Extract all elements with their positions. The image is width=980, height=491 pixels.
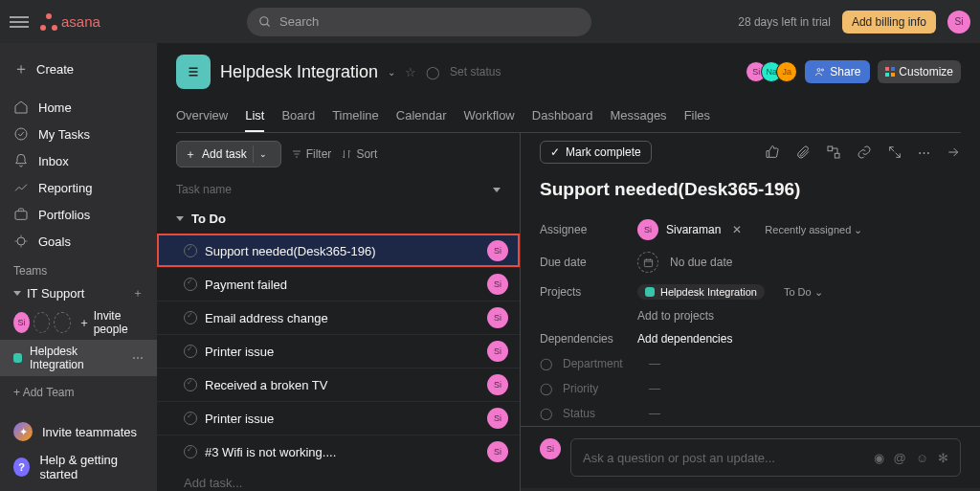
task-row[interactable]: Payment failedSi [157, 267, 520, 301]
custom-field-value[interactable]: — [649, 407, 660, 420]
tab-overview[interactable]: Overview [176, 102, 228, 132]
custom-field-value[interactable]: — [649, 357, 660, 370]
calendar-icon[interactable] [637, 252, 658, 273]
star-icon[interactable]: ✻ [938, 451, 948, 465]
project-dropdown[interactable]: ⌄ [388, 67, 395, 78]
emoji-icon[interactable]: ☺ [916, 451, 928, 465]
nav-reporting[interactable]: Reporting [0, 174, 157, 201]
task-row[interactable]: Support needed(Desk365-196)Si [157, 234, 520, 267]
task-row[interactable]: Printer issueSi [157, 334, 520, 368]
complete-toggle-icon[interactable] [184, 412, 197, 425]
assignee-avatar[interactable]: Si [487, 274, 508, 295]
menu-toggle[interactable] [10, 12, 29, 32]
tab-dashboard[interactable]: Dashboard [532, 102, 593, 132]
tab-list[interactable]: List [245, 102, 264, 132]
assignee-avatar[interactable]: Si [487, 441, 508, 462]
tab-timeline[interactable]: Timeline [332, 102, 379, 132]
assignee-avatar[interactable]: Si [487, 341, 508, 362]
team-it-support[interactable]: IT Support ＋ [0, 281, 157, 305]
tab-messages[interactable]: Messages [610, 102, 666, 132]
user-avatar[interactable]: Si [947, 11, 970, 33]
tab-files[interactable]: Files [684, 102, 710, 132]
chevron-down-icon [493, 188, 501, 192]
task-name: Support needed(Desk365-196) [205, 244, 376, 258]
svg-rect-3 [15, 212, 27, 220]
remove-assignee-icon[interactable]: ✕ [728, 223, 746, 236]
column-header-task-name[interactable]: Task name [157, 175, 520, 204]
section-to-do[interactable]: To Do [157, 204, 520, 234]
project-title[interactable]: Helpdesk Integration [220, 62, 378, 82]
complete-toggle-icon[interactable] [184, 278, 197, 291]
subtasks-icon[interactable] [826, 145, 841, 160]
global-search[interactable]: Search [247, 8, 591, 36]
custom-field-label: Status [563, 407, 637, 420]
add-task-button[interactable]: ＋ Add task ⌄ [176, 141, 281, 167]
svg-point-4 [17, 237, 25, 245]
custom-field-value[interactable]: — [649, 382, 660, 395]
nav-my-tasks[interactable]: My Tasks [0, 121, 157, 147]
attachment-icon[interactable] [795, 145, 811, 160]
more-icon[interactable]: ⋯ [918, 145, 930, 160]
assignee-avatar[interactable]: Si [487, 374, 508, 395]
add-task-inline[interactable]: Add task... [157, 468, 520, 491]
complete-toggle-icon[interactable] [184, 345, 197, 358]
like-icon[interactable] [765, 145, 780, 160]
complete-toggle-icon[interactable] [184, 445, 197, 458]
add-to-projects-button[interactable]: Add to projects [521, 305, 980, 326]
fullscreen-icon[interactable] [887, 145, 902, 160]
more-icon[interactable]: ⋯ [132, 351, 144, 365]
nav-goals[interactable]: Goals [0, 228, 157, 255]
tab-workflow[interactable]: Workflow [464, 102, 515, 132]
create-button[interactable]: ＋ Create [0, 53, 157, 86]
help-getting-started[interactable]: ? Help & getting started [0, 447, 157, 487]
add-to-team-icon[interactable]: ＋ [132, 285, 144, 301]
project-section-dropdown[interactable]: To Do ⌄ [784, 286, 823, 299]
customize-button[interactable]: Customize [878, 60, 961, 83]
complete-toggle-icon[interactable] [184, 378, 197, 391]
add-billing-button[interactable]: Add billing info [842, 11, 936, 33]
task-row[interactable]: #3 Wifi is not working....Si [157, 435, 520, 468]
nav-inbox[interactable]: Inbox [0, 147, 157, 174]
assignee-avatar[interactable]: Si [487, 408, 508, 429]
sort-button[interactable]: Sort [341, 147, 377, 161]
task-row[interactable]: Received a broken TVSi [157, 368, 520, 401]
project-pill[interactable]: Helpdesk Integration [637, 284, 765, 300]
task-detail-title[interactable]: Support needed(Desk365-196) [521, 171, 980, 213]
assignee-avatar[interactable]: Si [487, 240, 508, 261]
invite-teammates[interactable]: ✦ Invite teammates [0, 416, 157, 447]
complete-toggle-icon[interactable] [184, 244, 197, 257]
status-indicator[interactable]: ◯ [426, 65, 440, 79]
tab-board[interactable]: Board [281, 102, 315, 132]
sidebar-project-helpdesk[interactable]: Helpdesk Integration ⋯ [0, 340, 157, 376]
close-panel-icon[interactable] [946, 145, 961, 160]
asana-logo[interactable]: asana [40, 13, 100, 31]
link-icon[interactable] [857, 145, 872, 160]
share-button[interactable]: Share [805, 60, 870, 83]
help-label: Help & getting started [39, 453, 144, 481]
record-icon[interactable]: ◉ [874, 451, 884, 465]
project-color-icon [13, 353, 22, 363]
target-icon [13, 234, 29, 249]
mark-complete-label: Mark complete [566, 145, 641, 159]
nav-portfolios[interactable]: Portfolios [0, 201, 157, 228]
task-row[interactable]: Email address changeSi [157, 301, 520, 334]
project-members[interactable]: Si Na Ja [751, 61, 797, 82]
mark-complete-button[interactable]: ✓ Mark complete [540, 141, 652, 164]
tab-calendar[interactable]: Calendar [396, 102, 447, 132]
mention-icon[interactable]: @ [894, 451, 906, 465]
assignee-avatar[interactable]: Si [487, 307, 508, 328]
filter-button[interactable]: Filter [291, 147, 332, 161]
task-row[interactable]: Printer issueSi [157, 401, 520, 435]
star-icon[interactable]: ☆ [405, 65, 416, 79]
set-status-button[interactable]: Set status [450, 65, 501, 78]
assignee-value[interactable]: Si Sivaraman ✕ [637, 219, 746, 240]
complete-toggle-icon[interactable] [184, 311, 197, 324]
due-date-value[interactable]: No due date [670, 256, 732, 269]
nav-home[interactable]: Home [0, 94, 157, 121]
add-team-button[interactable]: + Add Team [0, 376, 157, 409]
comment-input[interactable]: Ask a question or post an update... ◉ @ … [570, 438, 961, 477]
recently-assigned-dropdown[interactable]: Recently assigned ⌄ [765, 224, 862, 236]
add-dependencies-button[interactable]: Add dependencies [637, 332, 732, 346]
invite-people[interactable]: Si ＋ Invite people [0, 305, 157, 340]
add-task-dropdown[interactable]: ⌄ [253, 145, 273, 163]
